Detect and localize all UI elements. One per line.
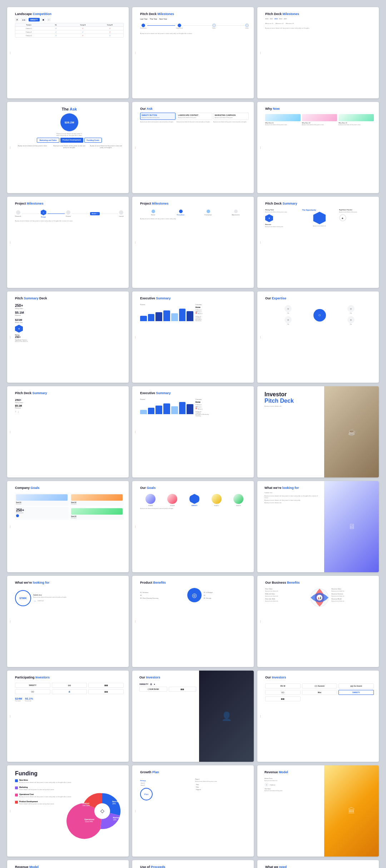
slides-grid: — Landscape Competition A ▲▲ SWEETY ◼ ○ … [7,7,379,868]
slide-use-of-proceeds: — Use of Proceeds 40% - Working Capital … [132,860,254,868]
revenue-model-left: Revenue Model Infinite Form A peep at so… [257,765,324,857]
slide-milestones-2: — Pitch Deck Milestones 2016201720182019… [257,7,379,98]
slide-title-13: Pitch Deck Summary [15,391,124,395]
slide-the-ask: — The Ask $28.2M A peep at some distant … [7,102,129,193]
milestone-years: Last YearThis YearNext Year [140,18,249,20]
investor-logos-grid: SWEETY ◎◎ ▦▦ ⬡⬡ 🏦 ▣▣ [15,683,124,694]
slide-title-28: Revenue Model [15,865,124,868]
slide-our-goals: — Our Goals Goal A Goal B SWEETY Go [132,481,254,572]
slide-funding-big: — Funding New Hires A peep at some dista… [7,765,129,857]
inv-logo-5: 🏦 [52,689,87,694]
goal-2: Goal #2 Description [70,493,124,506]
ask-amount: $28.2M [60,113,78,131]
why-now-grid: Why Now #1 A peep at some distant orb ha… [265,114,374,126]
slide-participating-investors: — Participating Investors SWEETY ◎◎ ▦▦ ⬡… [7,671,129,762]
slide-title-12: Our Expertise [265,296,374,300]
slide-title-10: Pitch Summary Deck [15,296,124,300]
milestone-desc: A peep at some distant orb has power to … [140,33,249,34]
bar-chart-2 [140,402,193,414]
slide-title-9: Pitch Deck Summary [265,202,374,205]
slide-title-1: Landscape Competition [15,12,124,16]
slide-title-23: Our Investors [139,676,196,679]
milestone-desc-2: A peep at some distant orb has power to … [265,27,374,29]
our-goal-b: Goal B [162,494,183,506]
slide-title-2: Pitch Deck Milestones [140,12,249,16]
slide-title-7: Project Milestones [15,202,124,205]
slide-title-18: What we're looking for [264,486,321,490]
marketing-sales-btn: Marketing and Sales [37,138,59,143]
goal-4: Goal #3 Description [70,507,124,520]
ask-panel-1: SWEETY BUTTON A peep at some distant orb… [140,113,175,120]
project-milestone-path: Research ▲ Design Finance READY ✓ Launch [15,210,124,218]
svg-text:📢: 📢 [318,596,321,600]
investor-person-image: 👤 [199,671,254,762]
slide-our-investors-2: — Our Investors R\\\ W ⬡⬡ Summit ◎◎ Go I… [257,671,379,762]
funding-item-operational: Operational Cost A peep at some distant … [15,793,77,798]
slide-title-30: What we need [265,865,374,868]
slide-what-we-need: — What we need 📊 Marketing ◎ Design ⚙ Pr… [257,860,379,868]
slide-exec-summary-2: — Executive Summary Finance [132,386,254,477]
year-labels: 20162017201820192020 [265,18,374,20]
project-milestone-desc: A peep at some distant orb has power to … [15,220,124,222]
our-goal-e: Goal D [228,494,249,506]
svg-text:29%: 29% [112,803,116,805]
our-ask-panels: SWEETY BUTTON A peep at some distant orb… [140,113,249,120]
svg-text:◇: ◇ [100,808,104,814]
product-dev-btn: Product Development [60,138,83,143]
investors-logos-1: SWEETY ◎ ● ⬡ SUM BANK ▦▦ [139,683,196,693]
slide-looking-for-1: What we're looking for Subtitle here A p… [257,481,379,572]
funding-item-product-dev: Product Development Some distant orb has… [15,800,77,805]
ask-buttons: Marketing and Sales Product Development … [37,138,102,143]
slide-title-5: Our Ask [140,107,249,111]
slide-pitch-summary-1: — Pitch Deck Summary Strong Team A peep … [257,197,379,288]
looking-amount-circle: $780K [15,590,31,606]
slide-revenue-model-1: Revenue Model Infinite Form A peep at so… [257,765,379,857]
slide-title-22: Participating Investors [15,676,124,679]
slide-title-6: Why Now [265,107,374,111]
slide-title-3: Pitch Deck Milestones [265,12,374,16]
growth-timeline: Strategy · Item 1 · Item 2 [140,780,194,786]
inv2-logo-6: SWEETY [338,690,374,695]
arrow-indicators: ↑ ↓ [15,410,124,413]
our-goal-a: Goal A [140,494,161,506]
landscape-logos: A ▲▲ SWEETY ◼ ○ [15,18,124,21]
slide-title-16: Company Goals [15,486,124,490]
slide-our-ask: — Our Ask SWEETY BUTTON A peep at some d… [132,102,254,193]
expertise-layout: ○ Title ○ Title ○ ○ Title [265,305,374,325]
exec-summary-2-layout: Finance Company Home ♥ Mission [140,398,249,417]
slide-project-milestones-1: — Project Milestones Research ▲ Design F… [7,197,129,288]
growth-left: Strategy · Item 1 · Item 2 Plan [140,778,194,800]
stats-layout: 250+ Strong Team $5.1M Revenue $21M Work… [15,304,124,342]
slide-business-benefits: — Our Business Benefits Drive Value A pe… [257,576,379,667]
slide-title-24: Our Investors [265,676,374,679]
exec-summary-layout: Finance Company Home ♥ Mission [140,304,249,323]
sweety-logo: SWEETY [29,18,40,21]
inv-logo-6: ▣▣ [88,689,124,694]
inv-logo-sweety: SWEETY [15,683,50,688]
competition-table: Feature Us Comp A Comp B Feature 1 ✓ ✗ ✗… [15,23,124,38]
slide-growth-plan: — Growth Plan Strategy · Item 1 · Item 2… [132,765,254,857]
slide-title-26: Growth Plan [140,770,249,774]
phase-strategy: Strategy · Item 1 · Item 2 [140,780,194,786]
subtitle-here: Subtitle here [264,492,321,494]
revenue-model-content: Infinite Form A peep at some distant orb… [264,778,321,791]
funding-item-new-hires: New Hires A peep at some distant orb has… [15,779,77,783]
slide-title-8: Project Milestones [140,202,249,205]
stat-1: 250+ Strong Team [15,304,124,309]
funding-big-title: Funding [15,770,77,777]
looking-desc: A peep at some distant orb has power to … [264,495,321,499]
looking-layout: $780K Subtitle here A peep at some dista… [15,589,124,608]
ask-panel-3: MARKETING CAMPAIGN A peep at some distan… [213,113,249,120]
inv-logo-2: ◎◎ [52,683,87,688]
logo-c: ◼ [41,18,45,21]
growth-plan-layout: Strategy · Item 1 · Item 2 Plan Report A… [140,778,249,800]
ask-panel-2: LANDSCAPE CONTENT A peep at some distant… [177,113,212,120]
our-investors-2-grid: R\\\ W ⬡⬡ Summit ◎◎ Go Invent ⬡⬡ Miei SW… [265,683,374,701]
slide-title-19: What we're looking for [15,581,124,584]
stat-2: $5.1M Revenue [15,311,124,316]
ask-details: A peep at some distant orb has power to … [140,121,249,123]
looking-right-image: 🖥 [324,481,379,572]
svg-text:Cost 34%: Cost 34% [85,820,93,823]
slide-company-goals: — Company Goals Goal #1 Description Goal… [7,481,129,572]
funding-item-marketing: Marketing Some distant orb has power to … [15,786,77,790]
